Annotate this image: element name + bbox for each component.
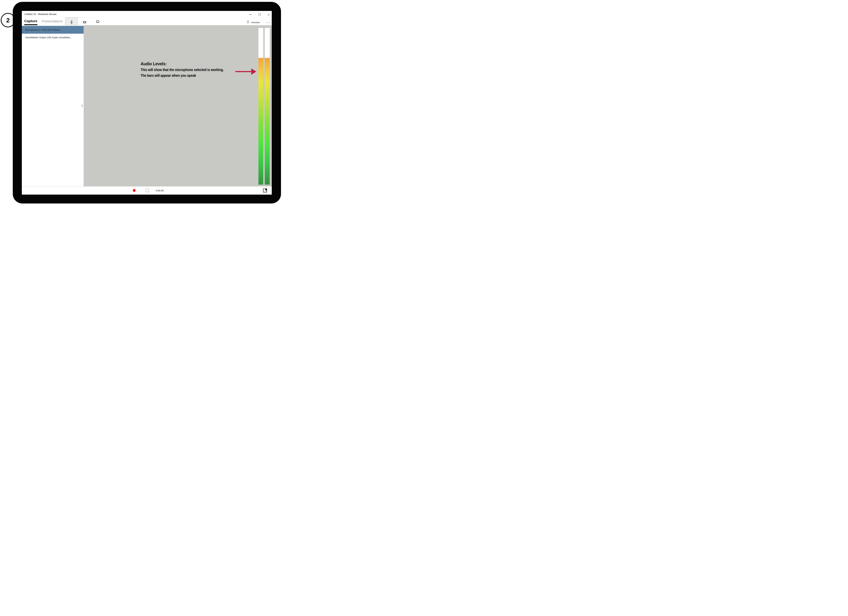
maximize-button[interactable] [259,13,261,16]
record-button[interactable] [133,189,136,192]
window-title: Untitled 15 - Mediasite Mosaic [24,13,56,16]
meter-level-gradient [258,58,263,185]
tutorial-page: 2 Untitled 15 - Mediasite Mosaic Capture… [0,0,283,205]
layout-button[interactable] [263,188,267,192]
audio-level-meter-left [258,28,263,185]
layout-corner-icon [265,189,267,190]
meter-empty-segment [258,28,263,58]
sidebar-item-label: VoiceMeeter Output (VB-Audio VoiceMeet..… [25,36,72,39]
tab-capture[interactable]: Capture [24,19,37,23]
minimize-button[interactable] [249,15,251,15]
account-username: etveaster [251,21,260,24]
annotation-heading: Audio Levels: [141,61,167,67]
recording-control-bar: 0:00:00 [22,186,272,195]
annotation-line1: This will show that the microphone selec… [141,68,224,72]
video-camera-icon [83,21,86,23]
sidebar-item-microphone[interactable]: Microphone (2- Phnx MT202pcs) [22,26,84,34]
person-icon [247,20,249,24]
more-options-icon[interactable] [266,22,270,23]
microphone-icon [70,20,73,25]
annotation-arrow-head [251,68,256,75]
annotation-line2: The bars will appear when you speak [141,73,196,78]
close-button[interactable] [267,13,270,16]
meter-level-gradient [265,58,270,185]
preview-area: Audio Levels: This will show that the mi… [84,25,272,186]
tab-presentations[interactable]: Presentations [42,19,62,23]
display-icon [96,21,99,23]
recording-timer: 0:00:00 [156,189,164,192]
sidebar-item-voicemeeter[interactable]: VoiceMeeter Output (VB-Audio VoiceMeet..… [22,34,84,41]
device-sidebar: Microphone (2- Phnx MT202pcs) VoiceMeete… [22,25,84,186]
audio-level-meter-right [265,28,270,185]
pane-resize-handle[interactable] [82,105,83,107]
stop-button[interactable] [145,188,149,192]
annotation-arrow-line [235,71,252,72]
step-number: 2 [6,17,10,24]
sidebar-item-label: Microphone (2- Phnx MT202pcs) [25,28,60,31]
account-menu[interactable]: etveaster [245,20,265,25]
meter-empty-segment [265,28,270,58]
app-window: Untitled 15 - Mediasite Mosaic Capture P… [22,11,272,194]
